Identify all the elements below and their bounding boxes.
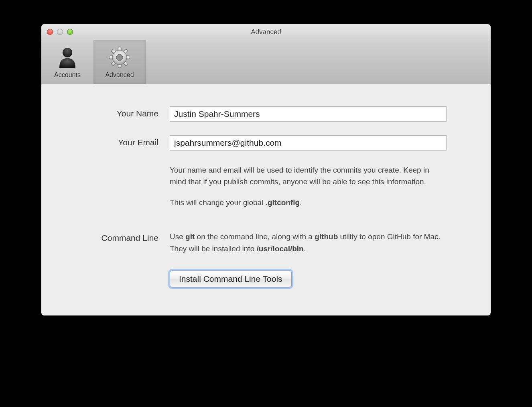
traffic-lights — [47, 29, 73, 35]
advanced-pane: Your Name Your Email Your name and email… — [41, 84, 491, 315]
close-icon[interactable] — [47, 29, 53, 35]
identity-help-text: Your name and email will be used to iden… — [170, 164, 443, 217]
your-name-input[interactable] — [170, 106, 447, 122]
row-your-name: Your Name — [65, 106, 467, 122]
your-name-label: Your Name — [65, 106, 170, 118]
row-identity-help: Your name and email will be used to iden… — [65, 164, 467, 217]
zoom-icon[interactable] — [67, 29, 73, 35]
toolbar-tab-advanced[interactable]: Advanced — [93, 40, 146, 84]
preferences-toolbar: Accounts — [41, 40, 491, 84]
command-line-desc: Use git on the command line, along with … — [170, 231, 443, 263]
preferences-window: Advanced Accounts — [41, 24, 491, 315]
window-title: Advanced — [251, 28, 281, 36]
svg-point-10 — [116, 54, 123, 61]
cli-desc-para: Use git on the command line, along with … — [170, 231, 443, 254]
user-icon — [56, 46, 79, 69]
identity-help-para-1: Your name and email will be used to iden… — [170, 164, 443, 188]
row-command-line: Command Line Use git on the command line… — [65, 231, 467, 263]
your-email-label: Your Email — [65, 135, 170, 147]
row-your-email: Your Email — [65, 135, 467, 151]
install-command-line-tools-button[interactable]: Install Command Line Tools — [170, 271, 292, 287]
identity-help-para-2: This will change your global .gitconfig. — [170, 197, 443, 208]
gear-icon — [108, 46, 131, 69]
toolbar-tab-label: Accounts — [54, 71, 81, 79]
titlebar: Advanced — [41, 24, 491, 40]
your-email-input[interactable] — [170, 135, 447, 151]
command-line-label: Command Line — [65, 231, 170, 243]
toolbar-tab-label: Advanced — [105, 71, 134, 79]
toolbar-tab-accounts[interactable]: Accounts — [41, 40, 93, 84]
row-install-button: Install Command Line Tools — [65, 271, 467, 287]
svg-point-0 — [63, 48, 72, 57]
minimize-icon[interactable] — [57, 29, 63, 35]
